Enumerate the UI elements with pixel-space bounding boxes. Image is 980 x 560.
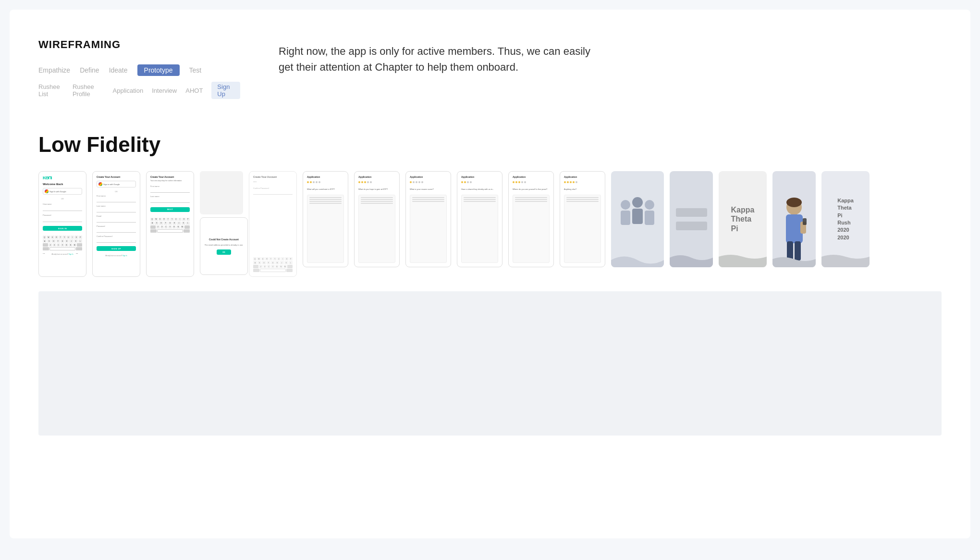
nav-ideate[interactable]: Ideate (109, 66, 128, 74)
app-header-2: Application (358, 175, 395, 178)
wireframe-card-create-account-keyboard: Create Your Account Your one-stop shop f… (146, 171, 194, 277)
app-header-1: Application (307, 175, 344, 178)
hifi-rect-2 (676, 222, 707, 230)
hifi-card-people (611, 171, 664, 267)
app-question-3: What is your resume score? (410, 188, 447, 191)
wave-kappa-1 (719, 253, 767, 267)
progress-dots-5 (513, 181, 550, 183)
answer-box-1[interactable] (307, 195, 344, 263)
left-section: WIREFRAMING Empathize Define Ideate Prot… (38, 38, 240, 113)
error-modal: Could Not Create Account The email addre… (200, 217, 248, 275)
one-stop-text: Your one-stop shop for rushee informatio… (150, 180, 190, 182)
password-label-2: Password (97, 225, 136, 227)
keyboard-3: QWERTYUIOP ASDFGHJKL ZXCVBNM (253, 257, 293, 273)
sub-nav-rushee-profile[interactable]: Rushee Profile (73, 83, 104, 98)
google-icon-2 (98, 182, 102, 186)
answer-box-4[interactable] (461, 195, 498, 263)
next-btn[interactable]: NEXT (150, 207, 190, 212)
last-name-label: Last name (97, 205, 136, 207)
welcome-back-text: Welcome Back (43, 183, 82, 186)
first-name-field-2[interactable] (150, 189, 190, 193)
wireframe-card-signin: KΘΠI Welcome Back Sign In with Google OR… (38, 171, 86, 277)
first-name-field[interactable] (97, 199, 136, 202)
logo-ktp: KΘΠI (43, 175, 82, 180)
nav-test[interactable]: Test (189, 66, 202, 74)
nav-row: Empathize Define Ideate Prototype Test (38, 64, 240, 76)
last-name-label-2: Last name (150, 195, 190, 198)
app-header-4: Application (461, 175, 498, 178)
app-header-6: Application (564, 175, 601, 178)
error-body: The email address provided is already in… (205, 244, 244, 247)
confirm-pw-field[interactable] (253, 191, 293, 195)
error-title: Could Not Create Account (209, 238, 239, 241)
low-fidelity-title: Low Fidelity (38, 133, 942, 157)
wave-bottom-2 (670, 253, 713, 267)
answer-box-2[interactable] (358, 195, 395, 263)
confirm-password-field[interactable] (97, 239, 136, 243)
hifi-card-kappa-1: KappaThetaPi (719, 171, 767, 267)
step-indicator: ●●●● (253, 181, 293, 183)
signup-btn[interactable]: SIGN UP (97, 246, 136, 251)
google-signup-btn[interactable]: Sign in with Google (97, 181, 136, 187)
app-header-5: Application (513, 175, 550, 178)
sub-nav-rushee-list[interactable]: Rushee List (38, 83, 64, 98)
svg-point-2 (632, 197, 643, 208)
password-label: Password (43, 214, 82, 216)
wireframe-row: KΘΠI Welcome Back Sign In with Google OR… (38, 171, 942, 282)
already-account-2: Already have an account? Sign In (97, 255, 136, 257)
app-question-5: Where do you see yourself in five years? (513, 188, 550, 191)
answer-box-5[interactable] (513, 195, 550, 263)
keyboard: Q W E R T Y U I O P A S D F G H (43, 236, 82, 251)
first-name-label-2: First name (150, 185, 190, 187)
confirm-pw-label-2: Confirm Password (253, 187, 293, 189)
progress-dots-3 (410, 181, 447, 183)
create-account-title-2: Create Your Account (150, 175, 190, 178)
sub-nav-interview[interactable]: Interview (152, 87, 177, 94)
answer-box-6[interactable] (564, 195, 601, 263)
progress-dots-6 (564, 181, 601, 183)
first-name-label: First name (97, 195, 136, 197)
google-icon (45, 189, 49, 193)
sub-nav-ahot[interactable]: AHOT (185, 87, 203, 94)
svg-point-4 (645, 200, 654, 210)
create-account-title-3: Create Your Account (253, 175, 293, 178)
ok-btn[interactable]: OK (217, 249, 231, 255)
or-divider-2: OR (97, 190, 136, 193)
last-name-field[interactable] (97, 209, 136, 212)
username-field[interactable] (43, 207, 82, 211)
app-question-1: What will you contribute to KTP? (307, 188, 344, 191)
top-section: WIREFRAMING Empathize Define Ideate Prot… (38, 38, 942, 113)
kappa-rush-text: KappaThetaPiRush20202020 (833, 192, 858, 246)
svg-rect-8 (786, 214, 803, 243)
password-field[interactable] (43, 218, 82, 222)
sub-nav-application[interactable]: Application (113, 87, 144, 94)
app-header-3: Application (410, 175, 447, 178)
app-question-2: What do you hope to gain at KTP? (358, 188, 395, 191)
password-field-2[interactable] (97, 229, 136, 233)
answer-box-3[interactable] (410, 195, 447, 263)
last-name-field-2[interactable] (150, 199, 190, 203)
hifi-card-person-phone (772, 171, 816, 267)
sub-nav-signup[interactable]: Sign Up (211, 82, 240, 99)
app-question-6: Anything else? (564, 188, 601, 191)
email-field[interactable] (97, 219, 136, 223)
nav-empathize[interactable]: Empathize (38, 66, 70, 74)
bottom-section (38, 291, 942, 436)
wireframe-card-create-account: Create Your Account Sign in with Google … (92, 171, 140, 277)
keyboard-2: QWERTYUIOP ASDFGHJKL ZXCVBNM (150, 218, 190, 233)
signin-btn[interactable]: SIGN IN (43, 226, 82, 231)
app-card-2: Application What do you hope to gain at … (354, 171, 400, 267)
svg-rect-5 (645, 211, 654, 225)
nav-define[interactable]: Define (80, 66, 99, 74)
main-container: WIREFRAMING Empathize Define Ideate Prot… (10, 10, 970, 538)
app-card-4: Application Have a shared key identity w… (457, 171, 502, 267)
people-illustration (616, 190, 659, 248)
svg-point-0 (621, 200, 630, 210)
blurred-form (200, 171, 243, 214)
wave-bottom (611, 253, 664, 267)
hifi-card-rects (670, 171, 713, 267)
nav-prototype[interactable]: Prototype (137, 64, 180, 76)
app-card-1: Application What will you contribute to … (303, 171, 348, 267)
signin-btn-label: SIGN IN (58, 227, 67, 230)
google-signin-btn[interactable]: Sign In with Google (43, 188, 82, 195)
